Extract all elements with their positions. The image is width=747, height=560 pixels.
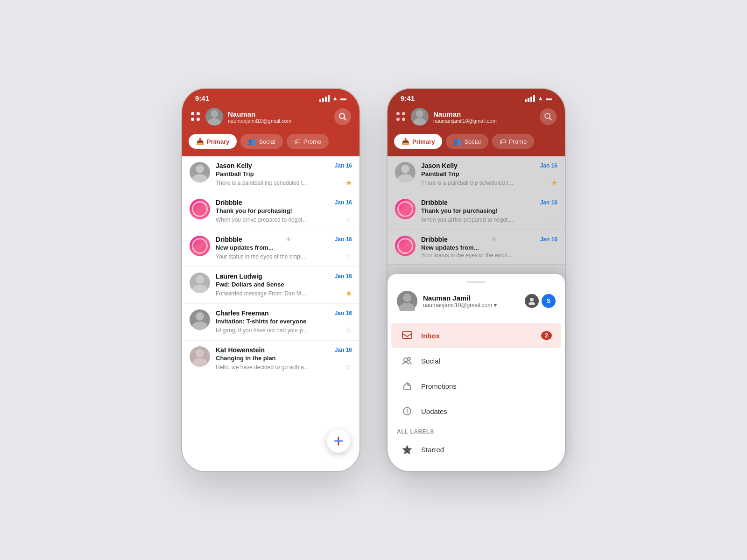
svg-point-19 [397, 174, 413, 182]
status-bar-2: 9:41 ▲ ▬ [388, 89, 565, 105]
header-1: Nauman naumanjamil10@gmail.com [182, 105, 359, 131]
sender-name-4: Lauren Ludwig [216, 273, 262, 280]
email-subject-6: Changing in the plan [216, 355, 352, 362]
sender-name-2: Dribbble [216, 199, 242, 206]
account-icon-g[interactable] [525, 294, 539, 308]
social-icon-2: 👥 [453, 138, 461, 145]
email-preview-1: There is a paintball trip scheduled tod.… [216, 180, 309, 186]
signal-icon-2 [525, 95, 535, 102]
drawer-item-updates[interactable]: Updates [391, 399, 561, 424]
svg-marker-31 [403, 446, 411, 454]
drawer-promotions-label: Promotions [421, 382, 552, 390]
menu-button-2[interactable] [396, 112, 406, 122]
star-icon-2[interactable]: ☆ [345, 215, 352, 224]
email-date-2-1: Jan 16 [540, 162, 557, 169]
drawer-item-promotions[interactable]: Promotions [391, 373, 561, 399]
drawer-inbox-badge: 2 [541, 331, 552, 340]
header-2: Nauman naumanjamil10@gmail.com [388, 105, 565, 131]
phone-1-shell: 9:41 ▲ ▬ Nauman naumanjamil10@gmail.com [182, 89, 359, 471]
email-item-4[interactable]: Lauren Ludwig Jan 16 Fwd: Dollars and Se… [182, 267, 359, 304]
drawer-user-avatar [397, 291, 417, 311]
social-drawer-icon [401, 354, 414, 367]
svg-point-9 [192, 322, 208, 330]
tab-social-2[interactable]: 👥 Social [446, 134, 488, 149]
email-preview-3: Your status in the eyes of the employer [216, 253, 309, 260]
drawer-starred-label: Starred [421, 446, 552, 454]
svg-rect-24 [402, 332, 412, 338]
all-labels-heading: All Labels [388, 424, 565, 437]
tab-primary-2[interactable]: 📥 Primary [394, 134, 442, 149]
drawer-social-label: Social [421, 357, 552, 365]
email-item-6[interactable]: Kat Howenstein Jan 16 Changing in the pl… [182, 341, 359, 377]
tab-promo-1[interactable]: 🏷 Promo [287, 134, 329, 149]
user-name-1: Nauman [228, 110, 330, 118]
email-content-1: Jason Kelly Jan 16 Paintball Trip There … [216, 162, 352, 187]
email-item-2[interactable]: Dribbble Jan 16 Thank you for purchasing… [182, 193, 359, 230]
time-2: 9:41 [401, 94, 415, 102]
star-icon-2-2[interactable]: ☆ [551, 215, 557, 224]
email-date-6: Jan 16 [335, 347, 352, 353]
email-item-2-3[interactable]: Dribbble 👁 Jan 16 New updates from... Yo… [388, 230, 565, 265]
wifi-icon-2: ▲ [537, 95, 543, 102]
user-info-2: Nauman naumanjamil10@gmail.com [433, 110, 535, 124]
svg-point-23 [529, 302, 535, 305]
svg-point-0 [211, 110, 218, 118]
svg-point-10 [196, 349, 204, 357]
star-icon-4[interactable]: ★ [345, 289, 352, 298]
svg-point-30 [407, 412, 408, 413]
menu-button-1[interactable] [190, 112, 201, 122]
svg-point-1 [208, 118, 221, 126]
email-item-2-1[interactable]: Jason Kelly Jan 16 Paintball Trip There … [388, 156, 565, 193]
drawer-user-section: Nauman Jamil naumanjamil10@gmail.com ▾ S [388, 291, 565, 319]
svg-line-3 [344, 118, 346, 120]
sender-name-5: Charles Freeman [216, 309, 269, 317]
star-icon-2-1[interactable]: ★ [551, 178, 557, 187]
battery-icon-2: ▬ [546, 95, 552, 102]
star-icon-1[interactable]: ★ [345, 178, 352, 187]
user-email-1: naumanjamil10@gmail.com [228, 118, 330, 124]
user-avatar-1 [205, 108, 223, 126]
email-item-2-2[interactable]: Dribbble Jan 16 Thank you for purchasing… [388, 193, 565, 230]
account-icon-list: S [525, 294, 556, 308]
promo-icon-2: 🏷 [500, 138, 506, 145]
promotions-drawer-icon [401, 379, 414, 392]
compose-fab[interactable] [327, 429, 350, 453]
star-icon-5[interactable]: ☆ [345, 326, 352, 335]
drawer-item-inbox[interactable]: Inbox 2 [391, 323, 561, 348]
email-subject-5: Invitation: T-shirts for everyone [216, 318, 352, 325]
sender-avatar-5 [190, 309, 210, 330]
account-icon-s[interactable]: S [542, 294, 556, 308]
promo-icon: 🏷 [294, 138, 301, 145]
eye-icon-2-3: 👁 [491, 236, 497, 243]
tab-primary-1[interactable]: 📥 Primary [189, 134, 237, 149]
sender-avatar-6 [190, 346, 210, 367]
tab-social-1[interactable]: 👥 Social [240, 134, 282, 149]
sender-avatar-2-3 [395, 236, 416, 256]
search-button-1[interactable] [334, 108, 351, 125]
drawer-item-starred[interactable]: Starred [391, 437, 561, 462]
email-item-3[interactable]: Dribbble 👁 Jan 16 New updates from... Yo… [182, 230, 359, 267]
email-item-5[interactable]: Charles Freeman Jan 16 Invitation: T-shi… [182, 304, 359, 341]
email-date-3: Jan 16 [335, 236, 352, 243]
email-subject-1: Paintball Trip [216, 170, 352, 177]
star-icon-6[interactable]: ☆ [345, 363, 352, 371]
sender-name-1: Jason Kelly [216, 162, 252, 169]
search-button-2[interactable] [540, 108, 557, 125]
tab-promo-2[interactable]: 🏷 Promo [492, 134, 534, 149]
email-date-2-2: Jan 16 [540, 199, 557, 206]
star-icon-3[interactable]: ☆ [345, 252, 352, 261]
email-subject-4: Fwd: Dollars and Sense [216, 281, 352, 288]
eye-icon-3: 👁 [286, 236, 291, 243]
svg-point-26 [408, 357, 410, 360]
email-preview-2-1: There is a paintball trip scheduled tod.… [421, 180, 514, 186]
svg-point-18 [401, 165, 409, 173]
email-preview-6: Hello, we have decided to go with a... [216, 364, 309, 371]
email-subject-2-1: Paintball Trip [421, 170, 557, 177]
email-item-1[interactable]: Jason Kelly Jan 16 Paintball Trip There … [182, 156, 359, 193]
email-preview-4: Forwarded message From: Dan Mag... [216, 290, 309, 297]
drawer-item-social[interactable]: Social [391, 348, 561, 373]
signal-icon [319, 95, 330, 102]
svg-point-22 [530, 298, 534, 301]
sender-avatar-2 [190, 199, 210, 219]
wifi-icon: ▲ [332, 95, 338, 102]
